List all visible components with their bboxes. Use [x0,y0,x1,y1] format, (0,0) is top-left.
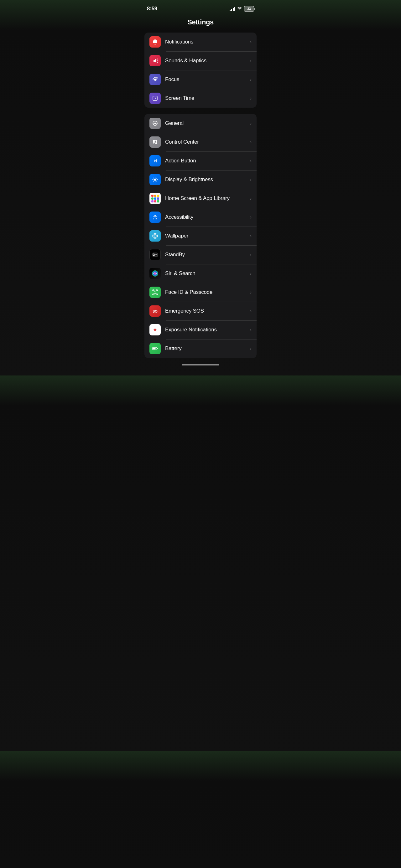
settings-item-battery[interactable]: Battery › [144,339,257,358]
notifications-chevron: › [250,39,252,44]
svg-point-9 [153,143,154,144]
settings-item-displaybrightness[interactable]: Display & Brightness › [144,170,257,189]
sounds-label: Sounds & Haptics [165,58,250,64]
actionbutton-chevron: › [250,158,252,163]
battery-chevron: › [250,346,252,351]
accessibility-label: Accessibility [165,214,250,220]
settings-item-standby[interactable]: StandBy › [144,245,257,264]
sounds-chevron: › [250,58,252,63]
svg-point-28 [155,330,156,331]
svg-point-3 [154,123,156,124]
general-chevron: › [250,121,252,126]
general-label: General [165,120,250,126]
accessibility-chevron: › [250,215,252,220]
focus-label: Focus [165,76,250,83]
battery-icon: 33 [244,6,254,11]
status-bar: 8:59 33 [139,0,262,16]
exposure-icon [149,324,161,335]
siri-label: Siri & Search [165,270,250,277]
homescreen-icon [149,193,161,204]
standby-chevron: › [250,252,252,257]
svg-rect-30 [157,348,158,349]
svg-text:SOS: SOS [152,309,158,313]
notifications-icon [149,36,161,48]
settings-item-faceid[interactable]: Face ID & Passcode › [144,283,257,302]
wallpaper-icon [149,230,161,242]
settings-item-actionbutton[interactable]: Action Button › [144,151,257,170]
svg-rect-15 [152,253,157,256]
actionbutton-label: Action Button [165,158,250,164]
svg-marker-0 [153,59,156,63]
focus-chevron: › [250,77,252,82]
svg-rect-20 [152,290,154,291]
svg-rect-21 [156,290,157,291]
wifi-icon [237,6,242,11]
page-title: Settings [139,16,262,33]
displaybrightness-icon [149,174,161,185]
svg-point-11 [154,179,156,181]
displaybrightness-chevron: › [250,177,252,182]
faceid-icon [149,287,161,298]
svg-rect-5 [155,140,157,141]
svg-point-12 [154,215,156,216]
controlcenter-icon [149,136,161,148]
notifications-label: Notifications [165,39,250,45]
svg-rect-7 [155,143,157,144]
settings-item-controlcenter[interactable]: Control Center › [144,133,257,151]
svg-rect-23 [156,294,157,295]
battery-label: Battery [165,345,250,352]
homescreen-label: Home Screen & App Library [165,195,250,202]
wallpaper-label: Wallpaper [165,233,250,239]
settings-item-emergencysos[interactable]: SOS Emergency SOS › [144,302,257,320]
battery-settings-icon [149,343,161,354]
status-icons: 33 [230,6,254,11]
settings-item-siri[interactable]: Siri & Search › [144,264,257,283]
standby-icon [149,249,161,260]
settings-item-accessibility[interactable]: Accessibility › [144,208,257,226]
exposure-chevron: › [250,327,252,332]
scroll-indicator [182,364,219,366]
displaybrightness-label: Display & Brightness [165,177,250,183]
svg-rect-18 [155,255,156,256]
settings-section-1: Notifications › Sounds & Haptics › Focus [144,33,257,107]
actionbutton-icon [149,155,161,166]
svg-rect-31 [153,348,156,349]
siri-icon [149,268,161,279]
wallpaper-chevron: › [250,234,252,239]
settings-item-exposure[interactable]: Exposure Notifications › [144,320,257,339]
faceid-chevron: › [250,290,252,295]
settings-section-2: General › Control Center › Action Button… [144,114,257,358]
homescreen-grid-icon [151,195,159,203]
focus-icon [149,74,161,85]
emergencysos-chevron: › [250,309,252,313]
settings-item-homescreen[interactable]: Home Screen & App Library › [144,189,257,208]
svg-rect-17 [155,254,157,255]
svg-rect-4 [153,140,155,142]
emergencysos-icon: SOS [149,305,161,317]
settings-item-wallpaper[interactable]: Wallpaper › [144,226,257,245]
svg-rect-22 [152,294,154,295]
screentime-chevron: › [250,96,252,101]
settings-item-general[interactable]: General › [144,114,257,133]
faceid-label: Face ID & Passcode [165,289,250,296]
standby-label: StandBy [165,252,250,258]
siri-chevron: › [250,271,252,276]
emergencysos-label: Emergency SOS [165,308,250,314]
sounds-icon [149,55,161,66]
settings-item-notifications[interactable]: Notifications › [144,33,257,51]
accessibility-icon [149,212,161,223]
screentime-icon [149,93,161,104]
homescreen-chevron: › [250,196,252,201]
screentime-label: Screen Time [165,95,250,101]
settings-item-screentime[interactable]: Screen Time › [144,89,257,107]
general-icon [149,118,161,129]
exposure-label: Exposure Notifications [165,327,250,333]
controlcenter-chevron: › [250,140,252,145]
battery-level: 33 [247,7,251,11]
status-time: 8:59 [147,6,157,12]
settings-item-sounds[interactable]: Sounds & Haptics › [144,51,257,70]
settings-item-focus[interactable]: Focus › [144,70,257,89]
controlcenter-label: Control Center [165,139,250,145]
signal-bars-icon [230,7,235,11]
svg-point-8 [156,141,157,142]
